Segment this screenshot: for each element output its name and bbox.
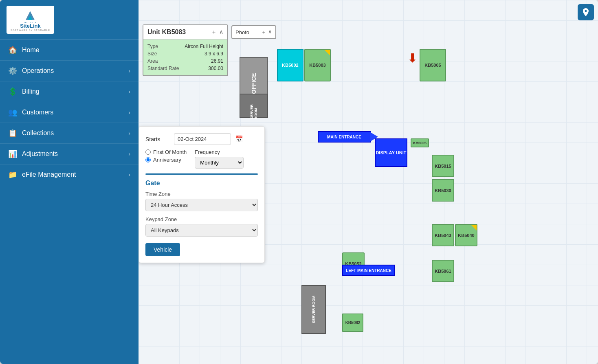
customers-icon: 👥: [8, 108, 17, 117]
sidebar-item-billing[interactable]: 💲 Billing ›: [0, 81, 139, 102]
size-label: Size: [147, 51, 157, 57]
vehicle-button[interactable]: Vehicle: [145, 243, 180, 256]
unit-KB5040[interactable]: KB5040: [455, 224, 477, 246]
nav-label-operations: Operations: [22, 67, 54, 75]
display-unit: DISPLAY UNIT: [375, 138, 407, 167]
sidebar-item-operations[interactable]: ⚙️ Operations ›: [0, 61, 139, 81]
unit-KB5043[interactable]: KB5043: [432, 224, 454, 246]
radio-frequency-row: First Of Month Anniversary Frequency Mon…: [145, 149, 258, 169]
sidebar-item-customers[interactable]: 👥 Customers ›: [0, 102, 139, 123]
photo-expand-icon[interactable]: ＋: [261, 29, 266, 36]
unit-info-table: Type Aircon Full Height Size 3.9 x 6.9 A…: [143, 39, 227, 75]
unit-KB5082[interactable]: KB5082: [342, 314, 363, 332]
unit-KB5003[interactable]: KB5003: [304, 49, 331, 81]
sidebar-item-efile[interactable]: 📁 eFile Management ›: [0, 164, 139, 185]
nav-label-efile: eFile Management: [22, 171, 76, 178]
sidebar-item-home[interactable]: 🏠 Home: [0, 40, 139, 61]
chevron-right-icon-4: ›: [128, 130, 130, 136]
unit-KB5030[interactable]: KB5030: [432, 179, 454, 202]
server-room-top: SERVER ROOM: [240, 94, 268, 118]
chevron-right-icon-6: ›: [128, 171, 130, 178]
chevron-right-icon-5: ›: [128, 151, 130, 157]
sidebar: SiteLink SiteLink SOFTWARE BY STORABLE 🏠…: [0, 0, 139, 364]
main-entrance: MAIN ENTRANCE: [318, 131, 371, 143]
size-value: 3.9 x 6.9: [204, 51, 223, 57]
chevron-right-icon-3: ›: [128, 109, 130, 116]
rate-label: Standard Rate: [147, 66, 179, 71]
unit-area-row: Area 26.91: [147, 57, 223, 65]
area-value: 26.91: [211, 58, 223, 64]
starts-row: Starts 📅: [145, 133, 258, 145]
unit-KB5061[interactable]: KB5061: [432, 260, 454, 282]
logo-subtitle: SOFTWARE BY STORABLE: [11, 29, 50, 31]
sidebar-item-adjustments[interactable]: 📊 Adjustments ›: [0, 144, 139, 164]
nav-label-home: Home: [22, 46, 40, 54]
logo-text: SiteLink: [20, 23, 41, 29]
nav-label-adjustments: Adjustments: [22, 150, 58, 158]
anniversary-radio[interactable]: [145, 157, 151, 162]
unit-KB5015[interactable]: KB5015: [432, 155, 454, 177]
expand-icon[interactable]: ＋: [211, 29, 217, 36]
main-entrance-label: MAIN ENTRANCE: [327, 135, 361, 139]
starts-date-input[interactable]: [174, 133, 231, 145]
sidebar-nav: 🏠 Home ⚙️ Operations › 💲 Billing ›: [0, 40, 139, 364]
chevron-right-icon: ›: [128, 68, 130, 74]
anniversary-label: Anniversary: [153, 157, 181, 163]
starts-label: Starts: [145, 136, 170, 143]
unit-info-panel: Unit KB5083 ＋ ∧ Type Aircon Full Height …: [143, 24, 228, 76]
panel-header: Unit KB5083 ＋ ∧: [143, 25, 227, 39]
photo-header: Photo ＋ ∧: [232, 26, 275, 38]
photo-collapse-icon[interactable]: ∧: [268, 29, 272, 36]
calendar-icon[interactable]: 📅: [235, 135, 243, 143]
gate-label: Gate: [145, 180, 258, 187]
radio-group: First Of Month Anniversary: [145, 149, 187, 169]
top-right-map-icon[interactable]: [578, 4, 594, 20]
unit-rate-row: Standard Rate 300.00: [147, 65, 223, 72]
time-zone-select[interactable]: 24 Hour Access Business Hours Custom: [145, 199, 258, 211]
arrow-down-icon: ⬇: [407, 51, 418, 65]
main-area: KB5000 KB5001 KB5002 KB5003 KB5004 KB500…: [139, 0, 598, 364]
keypad-zone-group: Keypad Zone All Keypads Zone 1 Zone 2: [145, 216, 258, 237]
unit-KB5005[interactable]: KB5005: [420, 49, 446, 81]
sitelink-logo-icon: SiteLink: [23, 8, 37, 23]
adjustments-icon: 📊: [8, 149, 17, 158]
map-pin-icon: [581, 7, 591, 17]
units-row1: KB5000 KB5001 KB5002 KB5003: [277, 49, 331, 81]
first-of-month-radio[interactable]: [145, 149, 151, 155]
sidebar-header: SiteLink SiteLink SOFTWARE BY STORABLE: [0, 0, 139, 40]
display-unit-label: DISPLAY UNIT: [376, 150, 406, 155]
home-icon: 🏠: [8, 46, 17, 55]
operations-icon: ⚙️: [8, 66, 17, 75]
time-zone-group: Time Zone 24 Hour Access Business Hours …: [145, 191, 258, 211]
unit-KB5025[interactable]: KB5025: [411, 138, 429, 147]
frequency-label: Frequency: [195, 149, 244, 155]
section-divider: [145, 173, 258, 175]
frequency-select[interactable]: Monthly Weekly Daily: [195, 157, 244, 169]
panel-controls[interactable]: ＋ ∧: [211, 29, 223, 36]
unit-panel-title: Unit KB5083: [147, 29, 186, 36]
sidebar-item-collections[interactable]: 📋 Collections ›: [0, 123, 139, 144]
nav-label-collections: Collections: [22, 129, 54, 137]
first-of-month-label: First Of Month: [153, 149, 187, 155]
server-room-bottom: SERVER ROOM: [301, 285, 326, 334]
logo-box: SiteLink SiteLink SOFTWARE BY STORABLE: [7, 6, 54, 34]
type-value: Aircon Full Height: [185, 44, 223, 49]
frequency-group: Frequency Monthly Weekly Daily: [195, 149, 244, 169]
unit-type-row: Type Aircon Full Height: [147, 43, 223, 50]
left-entrance-label: LEFT MAIN ENTRANCE: [346, 268, 391, 273]
collapse-icon[interactable]: ∧: [219, 29, 223, 36]
unit-KB5002[interactable]: KB5002: [277, 49, 303, 81]
form-panel: Starts 📅 First Of Month Anniversary F: [139, 126, 265, 263]
yellow-corner: [324, 50, 330, 55]
photo-label: Photo: [235, 29, 249, 35]
nav-label-customers: Customers: [22, 109, 53, 116]
unit-size-row: Size 3.9 x 6.9: [147, 50, 223, 57]
nav-label-billing: Billing: [22, 88, 40, 95]
keypad-zone-select[interactable]: All Keypads Zone 1 Zone 2: [145, 224, 258, 237]
time-zone-label: Time Zone: [145, 191, 258, 197]
photo-controls[interactable]: ＋ ∧: [261, 29, 272, 36]
app-container: SiteLink SiteLink SOFTWARE BY STORABLE 🏠…: [0, 0, 598, 364]
units-row1-right: KB5004 KB5005: [420, 49, 446, 81]
rate-value: 300.00: [208, 66, 223, 71]
type-label: Type: [147, 44, 158, 49]
